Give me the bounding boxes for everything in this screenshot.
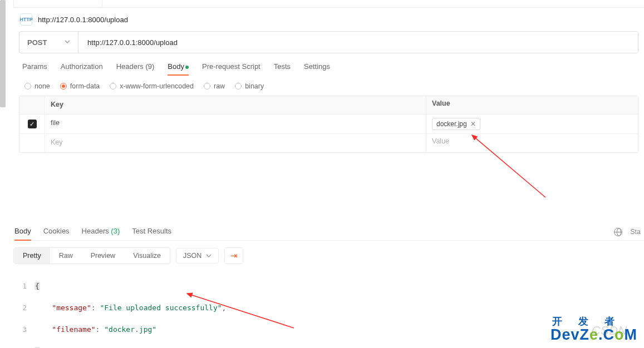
view-mode-segment: Pretty Raw Preview Visualize: [13, 247, 170, 264]
tab-headers[interactable]: Headers (9): [116, 62, 155, 75]
tab-settings[interactable]: Settings: [304, 62, 330, 75]
line-number: 1: [16, 281, 35, 292]
globe-icon[interactable]: [614, 228, 622, 236]
formdata-table: Key Value ✓ file docker.jpg ✕ Key Value: [19, 96, 638, 153]
watermark-devze-en: DevZe.CoM: [550, 326, 637, 343]
tab-body-label: Body: [168, 62, 184, 71]
resp-tab-headers[interactable]: Headers (3): [82, 227, 120, 240]
viewmode-pretty[interactable]: Pretty: [14, 248, 50, 264]
resp-tab-headers-label: Headers: [82, 227, 111, 235]
json-comma: ,: [222, 304, 227, 312]
method-label: POST: [27, 38, 47, 47]
line-number: 2: [16, 302, 35, 314]
url-input[interactable]: [78, 32, 638, 53]
resp-tab-body[interactable]: Body: [14, 227, 31, 240]
resp-tab-cookies[interactable]: Cookies: [43, 227, 70, 240]
tab-tests[interactable]: Tests: [274, 62, 291, 75]
watermark-devze-cn: 开 发 者: [550, 316, 637, 326]
radio-binary-label: binary: [245, 82, 264, 90]
response-tabs: Body Cookies Headers (3) Test Results St…: [13, 223, 644, 241]
json-key: "message": [35, 304, 91, 312]
body-active-dot-icon: [185, 66, 189, 69]
response-body-code[interactable]: 1{ 2 "message": "File uploaded successfu…: [13, 270, 644, 348]
radio-formdata[interactable]: form-data: [60, 82, 100, 90]
radio-urlenc-label: x-www-form-urlencoded: [120, 82, 194, 90]
wrap-icon: ⇥: [230, 251, 238, 261]
row-key-input[interactable]: Key: [45, 134, 426, 152]
row-key-input[interactable]: file: [45, 115, 426, 133]
file-chip[interactable]: docker.jpg ✕: [432, 118, 480, 130]
request-title-row: HTTP http://127.0.0.1:8000/upload: [13, 8, 644, 31]
resp-tab-testresults[interactable]: Test Results: [132, 227, 171, 240]
radio-icon: [235, 83, 242, 90]
chevron-down-icon: [206, 253, 212, 258]
response-panel: Body Cookies Headers (3) Test Results St…: [13, 221, 644, 348]
radio-icon: [60, 83, 67, 90]
chevron-down-icon: [65, 39, 70, 46]
header-value: Value: [426, 96, 638, 114]
method-dropdown[interactable]: POST: [19, 32, 78, 53]
radio-formdata-label: form-data: [70, 82, 100, 90]
json-colon: :: [91, 304, 100, 312]
row-value-input[interactable]: Value: [426, 134, 638, 152]
request-tabs: Params Authorization Headers (9) Body Pr…: [19, 53, 638, 75]
body-type-radios: none form-data x-www-form-urlencoded raw…: [19, 75, 638, 96]
viewmode-visualize[interactable]: Visualize: [124, 248, 170, 264]
table-row-empty: Key Value: [19, 134, 638, 152]
request-title: http://127.0.0.1:8000/upload: [38, 16, 128, 24]
tab-authorization[interactable]: Authorization: [61, 62, 103, 75]
tab-prerequest[interactable]: Pre-request Script: [202, 62, 260, 75]
remove-file-icon[interactable]: ✕: [470, 120, 476, 128]
tab-body[interactable]: Body: [168, 62, 189, 75]
workspace-tab-strip: [13, 0, 644, 8]
header-check-cell: [19, 96, 45, 114]
radio-icon: [24, 83, 31, 90]
status-text: Sta: [630, 228, 641, 236]
viewmode-preview[interactable]: Preview: [82, 248, 124, 264]
workspace-tab[interactable]: [13, 0, 102, 8]
json-string: "docker.jpg": [104, 325, 156, 334]
wrap-lines-button[interactable]: ⇥: [224, 247, 243, 264]
json-string: "File uploaded successfully": [100, 304, 222, 312]
radio-raw[interactable]: raw: [204, 82, 225, 90]
sidebar-scrollbar[interactable]: [0, 0, 6, 107]
headers-count: (3): [111, 227, 120, 235]
watermark-devze: 开 发 者 DevZe.CoM: [550, 316, 637, 344]
row-checkbox-cell[interactable]: ✓: [19, 115, 45, 133]
http-icon: HTTP: [20, 13, 32, 26]
radio-none[interactable]: none: [24, 82, 50, 90]
json-colon: :: [96, 325, 105, 334]
table-row: ✓ file docker.jpg ✕: [19, 115, 638, 134]
json-key: "filename": [35, 325, 96, 334]
format-dropdown[interactable]: JSON: [176, 248, 219, 264]
table-header-row: Key Value: [19, 96, 638, 115]
format-label: JSON: [183, 252, 201, 260]
radio-icon: [204, 83, 210, 90]
file-chip-name: docker.jpg: [436, 120, 467, 128]
radio-urlencoded[interactable]: x-www-form-urlencoded: [110, 82, 194, 90]
response-status-area: Sta: [614, 228, 643, 240]
row-checkbox-cell[interactable]: [19, 134, 45, 152]
radio-binary[interactable]: binary: [235, 82, 264, 90]
radio-none-label: none: [35, 82, 50, 90]
json-brace: {: [35, 282, 40, 290]
radio-raw-label: raw: [214, 82, 225, 90]
response-toolbar: Pretty Raw Preview Visualize JSON ⇥: [13, 241, 644, 270]
radio-icon: [110, 83, 116, 90]
header-key: Key: [45, 96, 426, 114]
checkbox-checked-icon: ✓: [28, 120, 37, 128]
line-number: 3: [16, 324, 35, 335]
row-value-cell[interactable]: docker.jpg ✕: [426, 115, 638, 133]
url-bar: POST: [19, 31, 638, 53]
tab-params[interactable]: Params: [22, 62, 47, 75]
viewmode-raw[interactable]: Raw: [50, 248, 82, 264]
line-number: 4: [16, 346, 35, 349]
